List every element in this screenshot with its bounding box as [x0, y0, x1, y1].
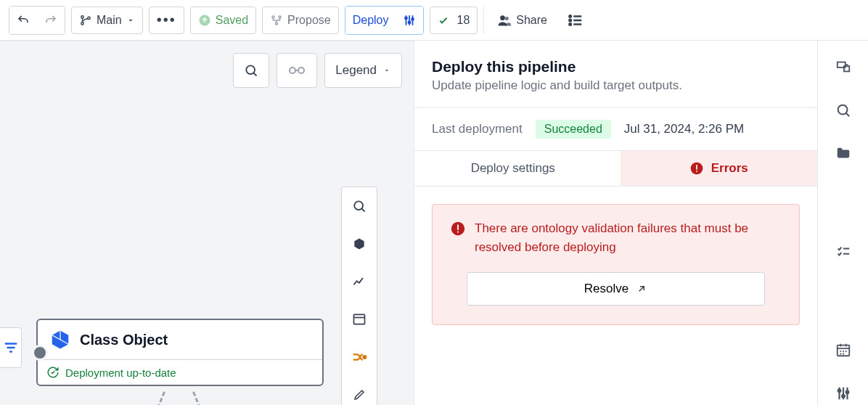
redo-icon	[44, 14, 57, 27]
node-wrap: Class Object Deployment up-to-date	[36, 319, 324, 386]
svg-rect-22	[696, 165, 697, 170]
undo-redo-group	[9, 6, 65, 35]
cube-icon	[49, 329, 71, 351]
divider	[414, 107, 817, 108]
undo-button[interactable]	[9, 7, 37, 34]
last-deployment-label: Last deployment	[432, 122, 523, 136]
alert-message: There are ontology validation failures t…	[475, 219, 782, 256]
svg-point-10	[500, 15, 505, 20]
tab-label: Errors	[711, 161, 748, 176]
palette-panel[interactable]	[352, 308, 367, 331]
folder-icon	[835, 145, 851, 161]
branch-label: Main	[97, 14, 122, 27]
tab-errors[interactable]: Errors	[621, 151, 818, 186]
share-button[interactable]: Share	[490, 7, 554, 34]
search-icon	[835, 102, 851, 118]
people-icon	[497, 13, 512, 28]
cube-icon	[352, 237, 367, 251]
svg-point-17	[298, 68, 304, 73]
toolbar: Main ••• Saved Propose Deploy 18 Share	[0, 0, 868, 41]
panel-tabs: Deploy settings Errors	[414, 150, 817, 187]
validation-count[interactable]: 18	[430, 7, 478, 34]
rail-folder-button[interactable]	[830, 142, 856, 165]
link-icon	[287, 65, 306, 75]
branch-dropdown[interactable]: Main	[71, 7, 143, 34]
svg-rect-19	[354, 314, 365, 324]
svg-rect-26	[457, 232, 459, 233]
rail-flow-button[interactable]	[830, 55, 856, 78]
validation-alert: There are ontology validation failures t…	[432, 204, 800, 325]
propose-button[interactable]: Propose	[262, 7, 339, 34]
svg-point-16	[290, 68, 295, 73]
list-icon	[568, 12, 584, 28]
svg-point-18	[354, 201, 363, 210]
more-button[interactable]: •••	[149, 7, 184, 34]
resolve-button[interactable]: Resolve	[467, 272, 765, 306]
rail-search-button[interactable]	[830, 99, 856, 122]
right-rail	[817, 41, 868, 405]
last-deployment-row: Last deployment Succeeded Jul 31, 2024, …	[432, 120, 800, 139]
node-status-label: Deployment up-to-date	[65, 367, 176, 379]
last-deployment-time: Jul 31, 2024, 2:26 PM	[624, 122, 744, 136]
search-icon	[352, 199, 367, 213]
list-button[interactable]	[560, 7, 591, 34]
branch-icon	[79, 14, 92, 27]
flow-icon	[835, 59, 851, 75]
calendar-icon	[835, 342, 851, 358]
palette-edit[interactable]	[353, 383, 366, 405]
svg-point-1	[81, 22, 83, 24]
refresh-check-icon	[46, 366, 60, 379]
main: Legend Class Object Deployment up-to-dat…	[0, 41, 868, 405]
svg-point-32	[842, 395, 845, 398]
rail-sliders-button[interactable]	[830, 382, 856, 405]
pencil-icon	[353, 388, 366, 401]
toolbar-divider	[483, 7, 484, 34]
rail-calendar-button[interactable]	[830, 338, 856, 361]
legend-dropdown[interactable]: Legend	[324, 53, 402, 88]
panel-icon	[352, 312, 367, 327]
svg-point-4	[272, 16, 274, 18]
sliders-icon	[835, 385, 851, 401]
checklist-icon	[835, 244, 851, 260]
palette-merge[interactable]	[351, 345, 367, 369]
svg-point-11	[505, 17, 509, 20]
share-label: Share	[516, 14, 547, 27]
palette-chart[interactable]	[352, 270, 367, 293]
redo-button[interactable]	[37, 7, 65, 34]
status-badge: Succeeded	[536, 120, 611, 139]
deploy-button[interactable]: Deploy	[345, 7, 396, 34]
deploy-settings-button[interactable]	[396, 7, 423, 34]
edge-dashed	[142, 391, 165, 405]
svg-point-6	[276, 22, 278, 25]
node-input-port[interactable]	[32, 345, 48, 361]
resolve-label: Resolve	[584, 282, 629, 296]
merge-icon	[351, 349, 367, 365]
palette-search[interactable]	[352, 195, 367, 218]
canvas-search-button[interactable]	[233, 53, 269, 88]
palette-cube[interactable]	[352, 232, 367, 255]
left-dock-handle[interactable]	[0, 327, 22, 368]
svg-rect-25	[457, 225, 459, 230]
panel-header: Deploy this pipeline Update pipeline log…	[432, 58, 800, 93]
panel-title: Deploy this pipeline	[432, 58, 800, 75]
line-chart-icon	[352, 274, 367, 289]
sliders-icon	[403, 14, 416, 27]
tab-deploy-settings[interactable]: Deploy settings	[414, 151, 612, 186]
undo-icon	[17, 14, 30, 27]
ellipsis-icon: •••	[157, 12, 176, 28]
search-icon	[244, 63, 258, 78]
svg-point-13	[569, 19, 571, 21]
svg-point-29	[838, 105, 847, 114]
tab-label: Deploy settings	[471, 161, 555, 175]
svg-point-8	[409, 21, 411, 23]
saved-indicator[interactable]: Saved	[190, 7, 256, 34]
svg-point-15	[247, 65, 255, 74]
propose-label: Propose	[287, 14, 331, 27]
filter-icon	[3, 340, 19, 356]
canvas-area[interactable]: Legend Class Object Deployment up-to-dat…	[0, 41, 414, 405]
rail-checklist-button[interactable]	[830, 240, 856, 263]
canvas-topbar: Legend	[233, 53, 402, 88]
pipeline-node[interactable]: Class Object Deployment up-to-date	[36, 319, 324, 386]
node-title: Class Object	[80, 332, 168, 348]
canvas-link-button[interactable]	[277, 53, 317, 88]
